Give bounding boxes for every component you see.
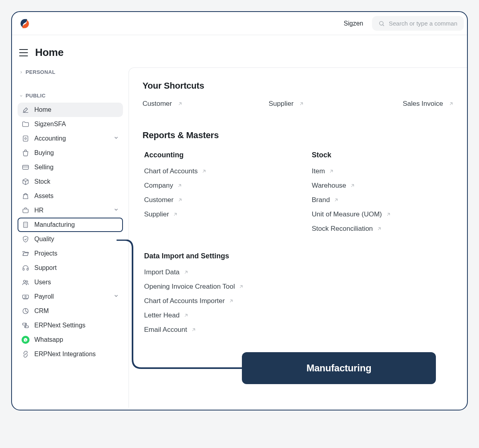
receipt-icon: [22, 135, 30, 143]
sidebar-item-quality[interactable]: Quality: [18, 232, 123, 246]
sidebar-item-assets[interactable]: Assets: [18, 189, 123, 203]
arrow-ne-icon: [299, 101, 304, 106]
sidebar-item-stock[interactable]: Stock: [18, 174, 123, 189]
sidebar-item-hr[interactable]: HR: [18, 203, 123, 218]
sidebar-item-payroll[interactable]: Payroll: [18, 289, 123, 304]
sidebar-group-personal[interactable]: PERSONAL: [18, 67, 123, 81]
svg-line-15: [240, 285, 242, 288]
svg-line-13: [378, 228, 380, 230]
arrow-ne-icon: [449, 101, 453, 106]
report-link[interactable]: Warehouse: [312, 182, 467, 190]
chevron-right-icon: [19, 70, 23, 74]
report-link[interactable]: Email Account: [144, 326, 453, 334]
sidebar-item-selling[interactable]: Selling: [18, 160, 123, 174]
shortcut-supplier[interactable]: Supplier: [269, 100, 395, 108]
svg-point-0: [380, 21, 383, 25]
arrow-ne-icon: [173, 212, 178, 217]
svg-line-18: [192, 329, 195, 331]
arrow-ne-icon: [202, 169, 206, 174]
sidebar-item-accounting[interactable]: Accounting: [18, 131, 123, 146]
sidebar-item-support[interactable]: Support: [18, 261, 123, 275]
search-input[interactable]: [389, 20, 457, 27]
svg-line-7: [179, 199, 181, 201]
shortcut-customer[interactable]: Customer: [143, 100, 269, 108]
sidebar-item-erpnext-settings[interactable]: ERPNext Settings: [18, 318, 123, 333]
sidebar-item-label: Support: [34, 264, 57, 272]
report-link[interactable]: Opening Invoice Creation Tool: [144, 283, 453, 291]
arrow-ne-icon: [184, 270, 188, 275]
svg-line-16: [230, 300, 232, 302]
svg-line-8: [174, 213, 176, 216]
users-icon: [22, 278, 30, 286]
sidebar-item-buying[interactable]: Buying: [18, 146, 123, 160]
sidebar-item-label: ERPNext Integrations: [34, 351, 96, 358]
svg-line-6: [178, 184, 181, 187]
report-link[interactable]: Chart of Accounts: [144, 167, 312, 175]
sidebar-item-label: Manufacturing: [34, 221, 75, 228]
shortcut-sales-invoice[interactable]: Sales Invoice: [403, 100, 453, 108]
pie-icon: [22, 307, 30, 315]
sidebar-item-label: Home: [34, 106, 51, 113]
sidebar-item-label: Payroll: [34, 293, 54, 300]
arrow-ne-icon: [334, 198, 338, 202]
arrow-ne-icon: [350, 183, 355, 188]
svg-line-5: [203, 170, 205, 172]
sidebar-item-label: Quality: [34, 236, 54, 243]
sidebar-item-label: CRM: [34, 307, 49, 315]
menu-toggle-icon[interactable]: [19, 49, 28, 56]
page-header: Home: [12, 35, 467, 67]
report-link[interactable]: Unit of Measure (UOM): [312, 210, 467, 218]
sidebar-item-users[interactable]: Users: [18, 275, 123, 289]
reports-title: Reports & Masters: [143, 130, 453, 141]
report-link[interactable]: Brand: [312, 196, 467, 204]
sidebar-item-label: Buying: [34, 149, 54, 157]
sidebar-item-crm[interactable]: CRM: [18, 304, 123, 318]
headset-icon: [22, 264, 30, 272]
search-icon: [378, 20, 385, 27]
report-link[interactable]: Supplier: [144, 210, 312, 218]
sidebar-item-label: Assets: [34, 192, 53, 200]
brand-logo[interactable]: [19, 18, 30, 29]
search-box[interactable]: [372, 16, 464, 31]
report-link[interactable]: Stock Reconciliation: [312, 225, 467, 233]
shopping-bag-icon: [22, 192, 30, 200]
org-label[interactable]: Sigzen: [344, 20, 363, 27]
box-icon: [22, 178, 30, 186]
report-link[interactable]: Customer: [144, 196, 312, 204]
app-window: Sigzen Home PERSONAL: [11, 11, 468, 410]
sidebar-group-public[interactable]: PUBLIC: [18, 81, 123, 103]
links-icon: [22, 350, 30, 358]
report-link[interactable]: Company: [144, 182, 312, 190]
arrow-ne-icon: [386, 212, 391, 217]
sidebar-item-sigzensfa[interactable]: SigzenSFA: [18, 117, 123, 131]
page-title: Home: [35, 46, 63, 59]
svg-line-14: [185, 271, 187, 274]
arrow-ne-icon: [184, 313, 188, 318]
topbar: Sigzen: [12, 12, 467, 35]
shortcuts-title: Your Shortcuts: [143, 81, 453, 91]
report-link[interactable]: Chart of Accounts Importer: [144, 297, 453, 305]
report-link[interactable]: Letter Head: [144, 311, 453, 319]
building-icon: [22, 221, 30, 229]
svg-line-10: [351, 184, 354, 187]
sidebar-item-erpnext-integrations[interactable]: ERPNext Integrations: [18, 347, 123, 361]
svg-line-4: [450, 103, 452, 105]
sidebar-item-projects[interactable]: Projects: [18, 246, 123, 261]
sidebar-item-whatsapp[interactable]: Whatsapp: [18, 333, 123, 347]
briefcase-icon: [22, 206, 30, 214]
report-link[interactable]: Item: [312, 167, 467, 175]
sidebar-item-label: Accounting: [34, 135, 66, 142]
chevron-down-icon: [113, 207, 119, 214]
arrow-ne-icon: [377, 226, 382, 231]
tools-icon: [22, 106, 30, 114]
svg-line-11: [335, 199, 337, 201]
report-link[interactable]: Import Data: [144, 268, 453, 276]
arrow-ne-icon: [178, 101, 182, 106]
chevron-down-icon: [113, 293, 119, 300]
sidebar-item-label: ERPNext Settings: [34, 322, 85, 329]
svg-line-17: [185, 314, 187, 317]
sidebar-item-label: Users: [34, 279, 51, 286]
sidebar-item-home[interactable]: Home: [18, 103, 123, 117]
chevron-down-icon: [19, 94, 23, 98]
sidebar-item-manufacturing[interactable]: Manufacturing: [18, 218, 123, 232]
